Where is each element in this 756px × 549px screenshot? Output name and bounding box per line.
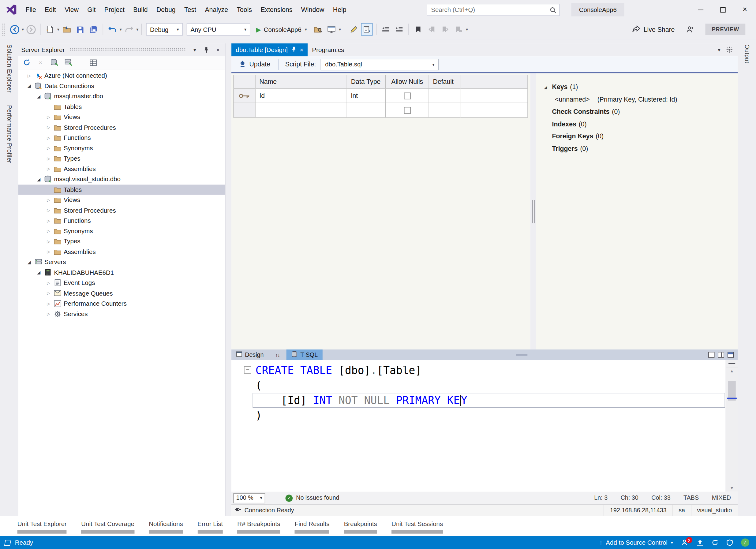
header-data-type[interactable]: Data Type	[347, 75, 386, 89]
expand-icon[interactable]: ▷	[44, 208, 53, 213]
cell-name[interactable]: Id	[256, 89, 347, 103]
window-position-icon[interactable]: ▾	[190, 45, 199, 54]
previous-bookmark-icon[interactable]	[426, 23, 437, 36]
toolbar-overflow-icon[interactable]: ▾	[466, 27, 468, 32]
expand-icon[interactable]: ▷	[25, 73, 33, 78]
find-in-files-icon[interactable]	[312, 23, 324, 36]
header-allow-nulls[interactable]: Allow Nulls	[386, 75, 429, 89]
zoom-dropdown[interactable]: 100 % ▾	[233, 493, 265, 503]
row-selector[interactable]	[233, 103, 255, 118]
scrollbar-track[interactable]	[726, 375, 738, 484]
expand-icon[interactable]: ▷	[44, 291, 53, 296]
show-table-data-icon[interactable]	[88, 57, 99, 68]
tree-item-services[interactable]: ▷Services	[18, 309, 225, 319]
tab-design[interactable]: Design	[231, 349, 268, 360]
menu-item-help[interactable]: Help	[329, 4, 351, 16]
next-bookmark-icon[interactable]	[439, 23, 451, 36]
tree-item-views[interactable]: ▷Views	[18, 195, 225, 205]
collapse-icon[interactable]: ◢	[25, 84, 33, 88]
redo-icon[interactable]	[123, 23, 135, 36]
save-icon[interactable]	[74, 23, 86, 36]
property-keys[interactable]: ◢Keys(1)	[544, 81, 738, 93]
tsql-editor[interactable]: −CREATE TABLE [dbo].[Table]( [Id] INT NO…	[231, 360, 738, 492]
allow-nulls-checkbox[interactable]	[404, 107, 410, 114]
background-tasks-icon[interactable]	[4, 540, 11, 545]
expand-icon[interactable]: ▷	[44, 135, 53, 140]
split-horizontal-icon[interactable]	[708, 352, 714, 358]
expand-icon[interactable]: ▷	[44, 197, 53, 202]
close-button[interactable]: ×	[734, 0, 756, 19]
feedback-icon[interactable]	[684, 23, 696, 36]
menu-item-project[interactable]: Project	[100, 4, 129, 16]
cell-data-type[interactable]	[347, 103, 386, 118]
undo-icon[interactable]	[107, 23, 118, 36]
tree-item-synonyms[interactable]: ▷Synonyms	[18, 226, 225, 236]
cell-default[interactable]	[429, 103, 460, 118]
column-row-id[interactable]: Idint	[233, 89, 528, 103]
tree-item-azure-not-connected[interactable]: ▷Azure (Not connected)	[18, 70, 225, 81]
feedback-icon[interactable]: 2	[681, 540, 689, 546]
pin-icon[interactable]	[202, 45, 211, 54]
outdent-icon[interactable]	[380, 23, 392, 36]
start-debugging-button[interactable]: ▶ ConsoleApp6 ▾	[256, 26, 308, 33]
tree-item-stored-procedures[interactable]: ▷Stored Procedures	[18, 122, 225, 133]
scroll-up-icon[interactable]: ▲	[726, 367, 738, 375]
expand-icon[interactable]: ▷	[44, 312, 53, 316]
tool-tab-unit-test-coverage[interactable]: Unit Test Coverage	[81, 516, 134, 536]
navigate-back-icon[interactable]	[9, 23, 20, 36]
cell-name[interactable]	[256, 103, 347, 118]
tool-tab-unit-test-sessions[interactable]: Unit Test Sessions	[391, 516, 443, 536]
menu-item-edit[interactable]: Edit	[40, 4, 60, 16]
sync-icon[interactable]	[712, 540, 718, 546]
cell-default[interactable]	[429, 89, 460, 103]
menu-item-analyze[interactable]: Analyze	[200, 4, 232, 16]
clear-bookmarks-icon[interactable]	[453, 23, 465, 36]
tool-tab-error-list[interactable]: Error List	[197, 516, 223, 536]
add-to-source-control-button[interactable]: ↑ Add to Source Control ▾	[599, 539, 673, 546]
chevron-down-icon[interactable]: ▾	[57, 27, 59, 32]
close-icon[interactable]: ×	[300, 47, 303, 53]
expand-icon[interactable]: ▷	[44, 218, 53, 223]
tree-item-functions[interactable]: ▷Functions	[18, 133, 225, 143]
expand-icon[interactable]: ▷	[44, 115, 53, 120]
update-button[interactable]: Update	[236, 59, 273, 70]
property-unnamed[interactable]: <unnamed>(Primary Key, Clustered: Id)	[555, 93, 738, 106]
swap-panes-icon[interactable]: ↑↓	[268, 349, 286, 360]
mixed-indicator[interactable]: MIXED	[712, 495, 731, 501]
configuration-dropdown[interactable]: Debug ▾	[146, 23, 183, 36]
bookmark-icon[interactable]	[412, 23, 424, 36]
tool-tab-find-results[interactable]: Find Results	[295, 516, 330, 536]
tab-tsql[interactable]: T-SQL	[286, 349, 323, 360]
tree-item-khalidabuhae6d1[interactable]: ◢KHALIDABUHAE6D1	[18, 267, 225, 278]
tool-tab-breakpoints[interactable]: Breakpoints	[344, 516, 377, 536]
allow-nulls-checkbox[interactable]	[404, 92, 410, 99]
header-default[interactable]: Default	[429, 75, 460, 89]
tab-output[interactable]: Output	[743, 44, 750, 63]
chevron-down-icon[interactable]: ▾	[22, 27, 24, 32]
toolbar-drag-handle[interactable]	[2, 23, 5, 36]
property-foreign-keys[interactable]: Foreign Keys(0)	[544, 130, 738, 142]
tree-item-servers[interactable]: ◢Servers	[18, 257, 225, 267]
vertical-scrollbar[interactable]: ▲ ▼	[726, 360, 738, 492]
code-line-2[interactable]: (	[253, 378, 725, 393]
tree-item-assemblies[interactable]: ▷Assemblies	[18, 247, 225, 257]
collapse-region-icon[interactable]: −	[244, 366, 251, 374]
minimize-button[interactable]	[690, 0, 712, 19]
tab-solution-explorer[interactable]: Solution Explorer	[6, 44, 13, 93]
tab-program-cs[interactable]: Program.cs	[308, 43, 348, 57]
search-box[interactable]	[427, 4, 560, 16]
tree-item-types[interactable]: ▷Types	[18, 236, 225, 247]
pane-splitter-handle[interactable]	[516, 354, 527, 356]
tree-item-assemblies[interactable]: ▷Assemblies	[18, 164, 225, 174]
preview-selected-items-icon[interactable]	[361, 23, 373, 36]
save-all-icon[interactable]	[88, 23, 99, 36]
script-file-dropdown[interactable]: dbo.Table.sql ▾	[321, 58, 439, 70]
search-input[interactable]	[427, 6, 550, 13]
stop-refresh-icon[interactable]: ×	[35, 57, 46, 68]
tree-item-mssql-master-dbo[interactable]: ◢mssql.master.dbo	[18, 91, 225, 102]
primary-key-icon[interactable]	[233, 89, 255, 103]
expand-icon[interactable]: ▷	[44, 239, 53, 244]
platform-dropdown[interactable]: Any CPU ▾	[187, 23, 250, 36]
maximize-button[interactable]	[712, 0, 734, 19]
tree-item-data-connections[interactable]: ◢Data Connections	[18, 81, 225, 91]
